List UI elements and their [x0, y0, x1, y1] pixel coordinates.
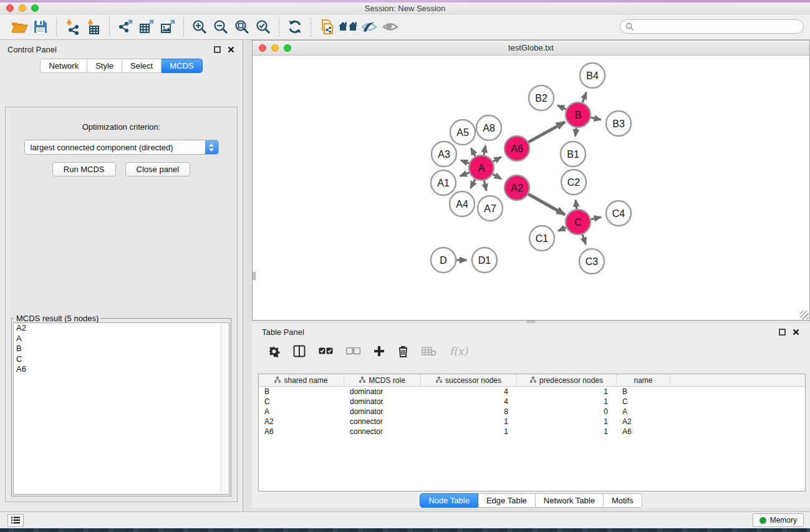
table-cell[interactable]: 8 — [421, 407, 517, 417]
table-cell[interactable]: 4 — [421, 387, 517, 397]
export-network-icon[interactable] — [115, 17, 136, 37]
edge-A-A6[interactable] — [493, 157, 501, 162]
clone-network-icon[interactable] — [316, 17, 337, 37]
table-row[interactable]: Cdominator41C — [259, 397, 805, 407]
edge-A-A3[interactable] — [461, 160, 469, 163]
graph-node-C3[interactable]: C3 — [579, 249, 604, 274]
zoom-selected-icon[interactable] — [253, 17, 274, 37]
table-cell[interactable]: A — [259, 407, 344, 417]
add-row-icon[interactable] — [374, 346, 385, 357]
table-cell[interactable]: 1 — [517, 387, 617, 397]
table-cell[interactable]: A — [617, 407, 670, 417]
graph-node-A3[interactable]: A3 — [432, 142, 456, 167]
split-view-icon[interactable] — [293, 345, 306, 357]
tab-select[interactable]: Select — [122, 59, 162, 73]
edge-A2-C[interactable] — [528, 194, 565, 215]
tab-node-table[interactable]: Node Table — [420, 493, 478, 508]
export-table-icon[interactable] — [136, 17, 157, 37]
edge-A-A5[interactable] — [471, 148, 476, 157]
table-cell[interactable]: 1 — [421, 427, 517, 437]
mcds-result-item[interactable]: A2 — [14, 323, 229, 334]
select-all-icon[interactable] — [319, 347, 333, 355]
edge-A-A7[interactable] — [484, 181, 486, 191]
graph-node-A1[interactable]: A1 — [431, 170, 456, 195]
table-cell[interactable]: connector — [344, 427, 421, 437]
edge-C-C1[interactable] — [558, 228, 566, 231]
table-cell[interactable]: A6 — [259, 427, 344, 437]
graph-node-A8[interactable]: A8 — [476, 115, 501, 140]
edge-C-C4[interactable] — [591, 217, 601, 219]
graph-node-A2[interactable]: A2 — [504, 175, 529, 200]
scrollbar[interactable] — [221, 323, 229, 494]
table-row[interactable]: A2connector11A2 — [259, 417, 805, 427]
table-cell[interactable]: connector — [344, 417, 421, 427]
criterion-dropdown[interactable]: largest connected component (directed) — [24, 140, 219, 155]
gear-icon[interactable] — [268, 346, 280, 357]
table-cell[interactable]: C — [259, 397, 344, 407]
task-history-button[interactable] — [7, 514, 24, 527]
graph-node-C4[interactable]: C4 — [606, 201, 631, 226]
tab-style[interactable]: Style — [87, 59, 122, 73]
table-cell[interactable]: A2 — [617, 417, 670, 427]
graph-node-D1[interactable]: D1 — [472, 248, 497, 273]
column-header-name[interactable]: name — [617, 374, 670, 386]
graph-node-B4[interactable]: B4 — [580, 63, 605, 88]
eye-slash-icon[interactable] — [359, 17, 380, 37]
graph-node-B2[interactable]: B2 — [529, 85, 554, 110]
table-cell[interactable]: 4 — [421, 397, 517, 407]
edge-A6-B[interactable] — [528, 122, 565, 142]
network-canvas[interactable]: B4B2BB3A5A8A6A3B1AA1C2A2A4A7C4CC1C3DD1 — [253, 56, 809, 320]
tab-mcds[interactable]: MCDS — [162, 59, 202, 73]
edge-A-A8[interactable] — [484, 146, 486, 155]
column-header-shared-name[interactable]: shared name — [259, 374, 344, 386]
float-panel-icon[interactable] — [778, 327, 786, 336]
table-cell[interactable]: 1 — [421, 417, 517, 427]
vertical-scrollbar-thumb[interactable] — [253, 272, 256, 280]
edge-C-C2[interactable] — [576, 200, 577, 209]
table-cell[interactable]: C — [617, 397, 670, 407]
memory-button[interactable]: Memory — [753, 513, 804, 527]
mcds-result-item[interactable]: A6 — [14, 364, 229, 375]
zoom-fit-icon[interactable] — [231, 17, 253, 37]
table-cell[interactable]: 1 — [517, 397, 617, 407]
graph-node-C[interactable]: C — [566, 210, 591, 235]
edge-C-C3[interactable] — [582, 235, 586, 244]
table-cell[interactable]: 1 — [517, 427, 617, 437]
network-frame-titlebar[interactable]: testGlobe.txt — [253, 41, 809, 56]
import-table-icon[interactable] — [83, 17, 104, 37]
table-cell[interactable]: dominator — [344, 397, 421, 407]
mcds-result-item[interactable]: C — [14, 354, 229, 365]
refresh-icon[interactable] — [284, 17, 306, 37]
zoom-out-icon[interactable] — [210, 17, 231, 37]
edge-A-A4[interactable] — [471, 180, 475, 188]
graph-node-A7[interactable]: A7 — [478, 196, 503, 221]
tab-motifs[interactable]: Motifs — [604, 493, 642, 508]
zoom-in-icon[interactable] — [189, 17, 210, 37]
graph-node-A6[interactable]: A6 — [504, 136, 529, 161]
graph-node-B[interactable]: B — [566, 102, 591, 127]
close-panel-icon[interactable] — [791, 327, 800, 336]
edge-B-B3[interactable] — [591, 117, 601, 119]
graph-node-A4[interactable]: A4 — [450, 191, 475, 216]
save-session-icon[interactable] — [30, 17, 51, 37]
close-panel-button[interactable]: Close panel — [125, 162, 191, 177]
table-cell[interactable]: dominator — [344, 387, 421, 397]
table-cell[interactable]: A6 — [617, 427, 670, 437]
open-file-icon[interactable] — [9, 17, 30, 37]
edge-A-A1[interactable] — [460, 173, 469, 177]
column-header-predecessor-nodes[interactable]: predecessor nodes — [517, 374, 617, 386]
deselect-all-icon[interactable] — [346, 347, 360, 355]
table-row[interactable]: Adominator80A — [259, 407, 805, 417]
graph-node-C2[interactable]: C2 — [561, 170, 586, 195]
column-header-successor-nodes[interactable]: successor nodes — [421, 374, 517, 386]
table-cell[interactable]: B — [259, 387, 344, 397]
resize-grip-icon[interactable] — [800, 311, 809, 319]
table-cell[interactable]: 0 — [517, 407, 617, 417]
export-image-icon[interactable] — [157, 17, 178, 37]
graph-node-D[interactable]: D — [431, 248, 456, 273]
tab-edge-table[interactable]: Edge Table — [478, 493, 536, 508]
mcds-result-list[interactable]: A2ABCA6 — [13, 322, 229, 495]
mcds-result-item[interactable]: B — [14, 344, 229, 354]
table-cell[interactable]: B — [617, 387, 670, 397]
home-icon[interactable] — [337, 17, 359, 37]
